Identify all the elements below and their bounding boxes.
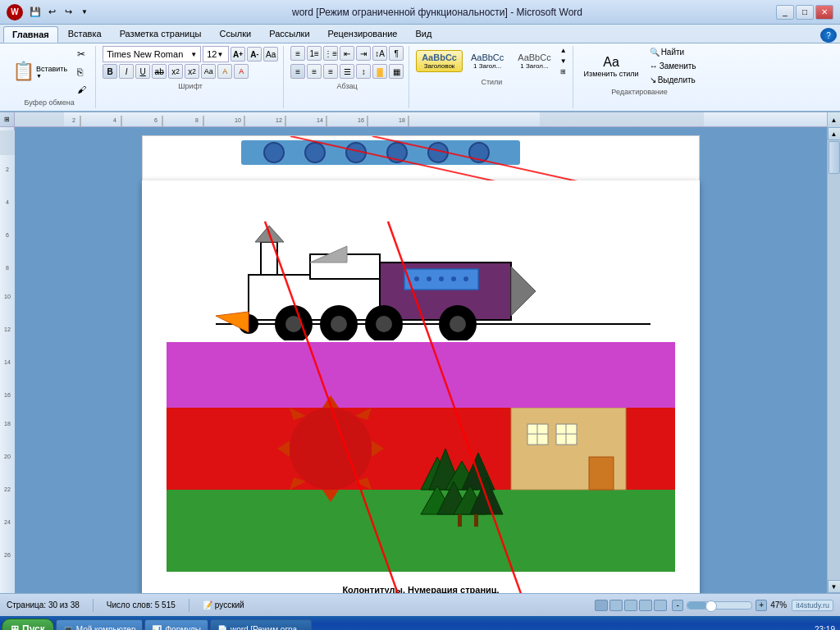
multilevel-btn[interactable]: ⋮≡ xyxy=(323,46,338,61)
zoom-handle[interactable] xyxy=(705,600,717,612)
styles-scroll-up[interactable]: ▲ xyxy=(559,46,568,55)
copy-btn[interactable]: ⎘ xyxy=(73,64,90,80)
clear-format-btn[interactable]: Aa xyxy=(263,47,278,62)
taskbar-formulas[interactable]: 📊 Формулы xyxy=(144,619,208,630)
replace-btn[interactable]: ↔ Заменить xyxy=(646,60,700,72)
tab-view[interactable]: Вид xyxy=(408,26,441,43)
formulas-label: Формулы xyxy=(165,625,201,631)
heading2-label: 1 Загол... xyxy=(473,62,501,70)
computer-icon: 💻 xyxy=(63,625,73,631)
find-btn[interactable]: 🔍 Найти xyxy=(646,46,700,58)
font-name-selector[interactable]: Times New Roman ▼ xyxy=(103,46,201,62)
line-spacing-btn[interactable]: ↕ xyxy=(356,64,371,79)
zoom-out-btn[interactable]: - xyxy=(672,600,683,611)
scroll-down-btn[interactable]: ▼ xyxy=(828,580,841,593)
font-size-selector[interactable]: 12 ▼ xyxy=(203,46,229,62)
view-reading-btn[interactable] xyxy=(609,600,623,611)
zoom-level-text: 47% xyxy=(770,600,787,609)
scroll-thumb[interactable] xyxy=(829,141,840,174)
paste-btn[interactable]: 📋 Вставить ▼ xyxy=(8,58,71,84)
format-painter-btn[interactable]: 🖌 xyxy=(73,82,90,97)
strikethrough-btn[interactable]: ab xyxy=(152,64,167,79)
style-heading1-btn[interactable]: AaBbCc Заголовок xyxy=(416,50,463,72)
numbering-btn[interactable]: 1≡ xyxy=(307,46,322,61)
help-btn[interactable]: ? xyxy=(820,28,837,43)
bullets-btn[interactable]: ≡ xyxy=(290,46,305,61)
scroll-track[interactable] xyxy=(828,140,840,580)
change-style-btn[interactable]: Aa Изменить стили xyxy=(580,52,643,80)
clock-time: 23:19 xyxy=(815,625,835,631)
view-web-btn[interactable] xyxy=(624,600,637,611)
tab-insert[interactable]: Вставка xyxy=(60,26,110,43)
undo-qat-btn[interactable]: ↩ xyxy=(44,5,59,20)
zoom-in-btn[interactable]: + xyxy=(756,600,767,611)
superscript-btn[interactable]: x2 xyxy=(185,64,199,79)
style-heading3-btn[interactable]: AaBbCc 1 Загол... xyxy=(512,50,556,72)
find-icon: 🔍 xyxy=(650,48,660,57)
decrease-indent-btn[interactable]: ⇤ xyxy=(340,46,354,61)
tab-mailings[interactable]: Рассылки xyxy=(261,26,317,43)
svg-text:6: 6 xyxy=(6,232,9,238)
svg-text:18: 18 xyxy=(399,117,405,123)
increase-font-btn[interactable]: A+ xyxy=(231,47,245,62)
scroll-up-arrow[interactable]: ▲ xyxy=(827,112,840,127)
save-qat-btn[interactable]: 💾 xyxy=(28,5,43,20)
svg-marker-60 xyxy=(511,267,536,316)
scroll-up-btn[interactable]: ▲ xyxy=(828,127,841,140)
train-svg-partial xyxy=(143,136,700,180)
tab-references[interactable]: Ссылки xyxy=(211,26,259,43)
redo-qat-btn[interactable]: ↪ xyxy=(61,5,75,20)
borders-btn[interactable]: ▦ xyxy=(389,64,404,79)
styles-expand[interactable]: ⊞ xyxy=(559,67,568,76)
justify-btn[interactable]: ☰ xyxy=(340,64,354,79)
svg-point-68 xyxy=(450,316,466,332)
align-left-btn[interactable]: ≡ xyxy=(290,64,305,79)
decrease-font-btn[interactable]: A- xyxy=(247,47,262,62)
svg-rect-73 xyxy=(167,490,675,572)
editing-group: Aa Изменить стили 🔍 Найти ↔ Заменить xyxy=(575,46,705,108)
view-normal-btn[interactable] xyxy=(595,600,608,611)
svg-text:12: 12 xyxy=(4,326,11,332)
style-heading2-btn[interactable]: AaBbCc 1 Загол... xyxy=(465,50,509,72)
editing-label: Редактирование xyxy=(611,88,668,96)
select-icon: ↘ xyxy=(650,75,656,84)
paragraph-label: Абзац xyxy=(337,82,358,90)
more-qat-btn[interactable]: ▼ xyxy=(77,5,92,20)
tab-review[interactable]: Рецензирование xyxy=(320,26,406,43)
view-outline-btn[interactable] xyxy=(639,600,652,611)
taskbar-mycomputer[interactable]: 💻 Мой компьютер xyxy=(56,619,144,630)
zoom-slider[interactable] xyxy=(687,601,752,609)
increase-indent-btn[interactable]: ⇥ xyxy=(356,46,371,61)
pilcrow-btn[interactable]: ¶ xyxy=(389,46,404,61)
select-btn[interactable]: ↘ Выделить xyxy=(646,74,700,86)
word-icon: 📄 xyxy=(217,625,227,631)
svg-point-62 xyxy=(285,316,302,332)
align-center-btn[interactable]: ≡ xyxy=(307,64,322,79)
maximize-btn[interactable]: □ xyxy=(796,5,814,20)
bold-btn[interactable]: B xyxy=(103,64,117,79)
view-draft-btn[interactable] xyxy=(654,600,667,611)
svg-rect-0 xyxy=(15,112,827,127)
taskbar-word[interactable]: 📄 word [Режим огра... xyxy=(210,619,312,630)
align-right-btn[interactable]: ≡ xyxy=(323,64,338,79)
aa-btn[interactable]: Aа xyxy=(201,64,216,79)
landscape-svg xyxy=(167,342,675,572)
underline-btn[interactable]: U xyxy=(135,64,150,79)
shading-btn[interactable]: ▓ xyxy=(372,64,387,79)
styles-scroll-down[interactable]: ▼ xyxy=(559,57,568,66)
font-color-btn[interactable]: A xyxy=(234,64,249,79)
start-button[interactable]: ⊞ Пуск xyxy=(2,619,54,630)
cut-btn[interactable]: ✂ xyxy=(73,46,90,62)
tab-home[interactable]: Главная xyxy=(3,26,58,43)
document-scroll-area[interactable]: Колонтитулы. Нумерация страниц. Колонтит… xyxy=(15,127,827,593)
styles-label: Стили xyxy=(481,78,502,86)
minimize-btn[interactable]: _ xyxy=(776,5,794,20)
highlight-btn[interactable]: A xyxy=(217,64,232,79)
tab-layout[interactable]: Разметка страницы xyxy=(112,26,210,43)
sort-btn[interactable]: ↕A xyxy=(372,46,387,61)
italic-btn[interactable]: I xyxy=(119,64,134,79)
subscript-btn[interactable]: x2 xyxy=(168,64,183,79)
close-btn[interactable]: ✕ xyxy=(815,5,833,20)
zoom-controls: - + 47% xyxy=(672,600,787,611)
v-ruler-svg: 2 4 6 8 10 12 14 16 18 20 22 24 26 xyxy=(0,130,15,593)
